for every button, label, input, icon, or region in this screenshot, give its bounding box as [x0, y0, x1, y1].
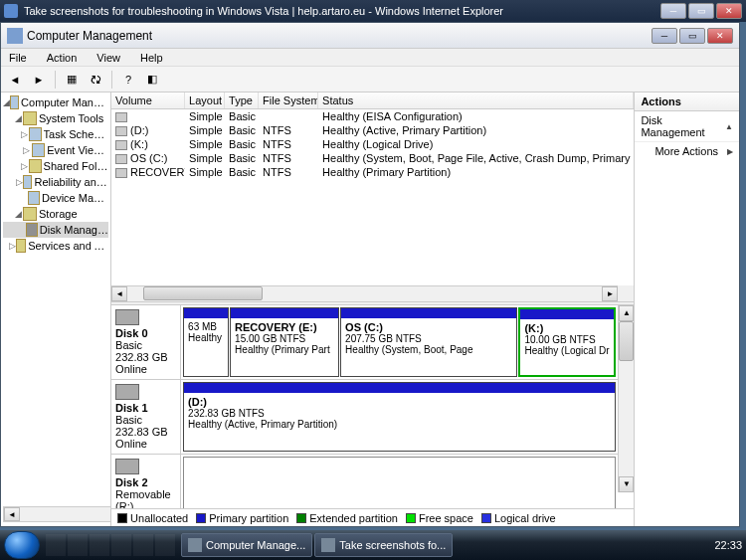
tree-pane[interactable]: ◢Computer Management (Local ◢System Tool…	[1, 93, 111, 526]
vol-status: Healthy (System, Boot, Page File, Active…	[318, 151, 634, 165]
volume-row[interactable]: (D:) Simple Basic NTFS Healthy (Active, …	[111, 123, 634, 137]
partition-k[interactable]: (K:) 10.00 GB NTFS Healthy (Logical Dr	[518, 307, 616, 377]
scroll-up-button[interactable]: ▲	[619, 305, 634, 321]
volume-row[interactable]: OS (C:) Simple Basic NTFS Healthy (Syste…	[111, 151, 634, 165]
tree-reliability[interactable]: ▷Reliability and Performa	[3, 174, 108, 190]
disk-info: Disk 2 Removable (R:) No Media	[111, 455, 181, 508]
menu-file[interactable]: File	[5, 52, 31, 64]
toolbar-properties-button[interactable]: ▦	[62, 70, 82, 90]
actions-more-actions[interactable]: More Actions ▶	[635, 142, 739, 160]
disk-info: Disk 0 Basic 232.83 GB Online	[111, 305, 181, 379]
tree-disk-management[interactable]: Disk Management	[3, 222, 108, 238]
disk-size: 232.83 GB	[115, 351, 176, 363]
task-icon	[321, 538, 335, 552]
vol-fs: NTFS	[259, 137, 318, 151]
partition-eisa[interactable]: 63 MB Healthy	[183, 307, 229, 377]
partition-empty[interactable]	[183, 457, 616, 508]
tree-root[interactable]: ◢Computer Management (Local	[3, 94, 108, 110]
scroll-left-button[interactable]: ◄	[111, 286, 127, 301]
scroll-thumb[interactable]	[143, 286, 263, 300]
partition-os-c[interactable]: OS (C:) 207.75 GB NTFS Healthy (System, …	[340, 307, 517, 377]
toolbar-refresh-button[interactable]: 🗘	[86, 70, 105, 90]
col-status[interactable]: Status	[318, 93, 634, 108]
tree-task-scheduler[interactable]: ▷Task Scheduler	[3, 126, 108, 142]
actions-pane: Actions Disk Management ▲ More Actions ▶	[635, 93, 739, 526]
vol-type: Basic	[225, 109, 259, 123]
mmc-icon	[7, 28, 23, 44]
chevron-right-icon: ▶	[727, 147, 733, 156]
vol-status: Healthy (Logical Drive)	[318, 137, 634, 151]
volume-row[interactable]: RECOVERY (E:) Simple Basic NTFS Healthy …	[111, 165, 634, 179]
vol-fs: NTFS	[259, 151, 318, 165]
taskbar-task-ie[interactable]: Take screenshots fo...	[314, 533, 453, 557]
actions-section-label: Disk Management	[641, 114, 725, 138]
chevron-up-icon: ▲	[725, 122, 733, 131]
menu-action[interactable]: Action	[43, 52, 82, 64]
disk-icon	[115, 459, 139, 474]
scroll-track[interactable]	[20, 507, 111, 521]
scroll-down-button[interactable]: ▼	[619, 476, 634, 492]
disk-row-0[interactable]: Disk 0 Basic 232.83 GB Online 63 MB Heal…	[111, 305, 618, 380]
ql-show-desktop[interactable]	[46, 534, 66, 556]
col-volume[interactable]: Volume	[111, 93, 185, 108]
tree-shared-folders[interactable]: ▷Shared Folders	[3, 158, 108, 174]
volume-list-hscrollbar[interactable]: ◄ ►	[111, 285, 618, 301]
menubar: File Action View Help	[1, 49, 739, 67]
actions-section-disk-management[interactable]: Disk Management ▲	[635, 111, 739, 142]
scroll-left-button[interactable]: ◄	[4, 507, 20, 521]
toolbar-back-button[interactable]: ◄	[5, 70, 25, 90]
disk-row-2[interactable]: Disk 2 Removable (R:) No Media	[111, 455, 618, 508]
ie-minimize-button[interactable]: ─	[660, 3, 686, 19]
partition-header	[341, 308, 516, 318]
scroll-thumb[interactable]	[619, 321, 634, 361]
tree-services[interactable]: ▷Services and Applications	[3, 238, 108, 254]
legend-free: Free space	[406, 512, 473, 524]
mmc-titlebar[interactable]: Computer Management ─ ▭ ✕	[1, 23, 739, 49]
tree-event-viewer[interactable]: ▷Event Viewer	[3, 142, 108, 158]
scroll-right-button[interactable]: ►	[602, 286, 618, 301]
mmc-minimize-button[interactable]: ─	[652, 28, 677, 44]
partition-name: RECOVERY (E:)	[235, 321, 334, 333]
tray-network-icon[interactable]	[678, 538, 692, 552]
col-layout[interactable]: Layout	[185, 93, 225, 108]
col-filesystem[interactable]: File System	[259, 93, 318, 108]
ie-titlebar[interactable]: Take screenshots for troubleshooting in …	[0, 0, 746, 22]
vol-fs: NTFS	[259, 123, 318, 137]
volume-icon	[115, 126, 127, 136]
ie-close-button[interactable]: ✕	[716, 3, 742, 19]
tree-system-tools[interactable]: ◢System Tools	[3, 110, 108, 126]
volume-row[interactable]: Simple Basic Healthy (EISA Configuration…	[111, 109, 634, 123]
toolbar-action-button[interactable]: ◧	[142, 70, 162, 90]
mmc-maximize-button[interactable]: ▭	[679, 28, 705, 44]
volume-list[interactable]: Volume Layout Type File System Status Si…	[111, 93, 634, 301]
vol-type: Basic	[225, 123, 259, 137]
tree-storage[interactable]: ◢Storage	[3, 206, 108, 222]
toolbar-separator	[111, 71, 112, 89]
ql-media-player-icon[interactable]	[111, 534, 131, 556]
tree-hscrollbar[interactable]: ◄ ►	[3, 506, 111, 522]
tray-volume-icon[interactable]	[696, 538, 710, 552]
taskbar-task-computer-management[interactable]: Computer Manage...	[181, 533, 312, 557]
partition-recovery[interactable]: RECOVERY (E:) 15.00 GB NTFS Healthy (Pri…	[230, 307, 339, 377]
ql-app-icon[interactable]	[133, 534, 153, 556]
clock[interactable]: 22:33	[714, 539, 742, 551]
volume-row[interactable]: (K:) Simple Basic NTFS Healthy (Logical …	[111, 137, 634, 151]
disk-row-1[interactable]: Disk 1 Basic 232.83 GB Online (D:) 232.8…	[111, 380, 618, 455]
tray-icon[interactable]	[660, 538, 674, 552]
actions-item-label: More Actions	[654, 145, 718, 157]
col-type[interactable]: Type	[225, 93, 259, 108]
toolbar-help-button[interactable]: ?	[118, 70, 138, 90]
toolbar-forward-button[interactable]: ►	[29, 70, 49, 90]
ql-ie-icon[interactable]	[90, 534, 109, 556]
graphical-vscrollbar[interactable]: ▲ ▼	[618, 305, 634, 492]
menu-view[interactable]: View	[93, 52, 124, 64]
ql-app-icon[interactable]	[155, 534, 175, 556]
ie-maximize-button[interactable]: ▭	[688, 3, 714, 19]
tree-device-manager[interactable]: Device Manager	[3, 190, 108, 206]
ql-switch-windows[interactable]	[68, 534, 88, 556]
tray-icon[interactable]	[643, 538, 656, 552]
menu-help[interactable]: Help	[136, 52, 167, 64]
start-button[interactable]	[4, 531, 40, 559]
mmc-close-button[interactable]: ✕	[707, 28, 733, 44]
partition-d[interactable]: (D:) 232.83 GB NTFS Healthy (Active, Pri…	[183, 382, 616, 452]
